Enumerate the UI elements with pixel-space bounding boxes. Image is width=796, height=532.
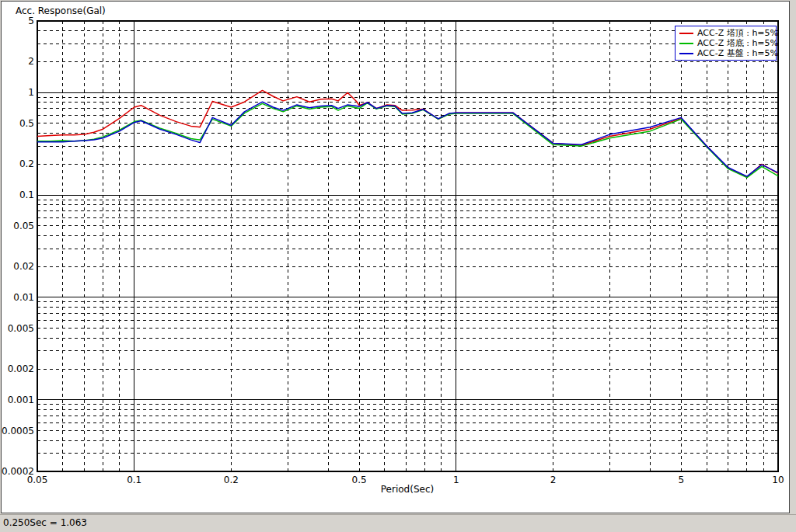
y-tick-label: 1	[28, 87, 34, 98]
x-tick-label: 1	[453, 475, 459, 485]
legend-item: ACC-Z 塔頂 : h=5%	[678, 28, 773, 38]
legend: ACC-Z 塔頂 : h=5% ACC-Z 塔底 : h=5% ACC-Z 基盤…	[675, 26, 777, 61]
status-readout: 0.250Sec = 1.063	[3, 517, 87, 528]
x-tick-label: 0.1	[127, 475, 141, 485]
series-line-2	[37, 102, 778, 176]
x-tick-label: 5	[679, 475, 685, 485]
x-tick-label: 0.5	[352, 475, 367, 485]
status-bar: 0.250Sec = 1.063	[0, 514, 796, 532]
x-tick-label: 2	[550, 475, 557, 485]
x-axis-title: Period(Sec)	[381, 484, 434, 495]
legend-label: ACC-Z 塔頂 : h=5%	[697, 28, 778, 38]
x-tick-label: 0.05	[27, 475, 48, 485]
y-tick-label: 0.001	[8, 395, 34, 405]
x-tick-label: 0.2	[224, 475, 239, 485]
y-tick-label: 0.01	[13, 292, 34, 303]
y-tick-label: 0.005	[8, 323, 34, 334]
legend-label: ACC-Z 基盤 : h=5%	[697, 48, 778, 58]
legend-item: ACC-Z 塔底 : h=5%	[678, 38, 773, 48]
y-axis-title: Acc. Response(Gal)	[16, 5, 106, 16]
response-spectrum-chart[interactable]: 5210.50.20.10.050.020.010.0050.0020.0010…	[0, 0, 796, 514]
y-tick-label: 0.002	[8, 363, 34, 374]
legend-line-swatch-blue	[679, 53, 693, 54]
y-tick-label: 0.05	[13, 221, 34, 231]
series-line-1	[37, 103, 778, 178]
x-tick-label: 10	[772, 475, 784, 485]
y-tick-label: 5	[28, 16, 34, 26]
plot-frame	[37, 21, 778, 471]
y-tick-label: 0.0005	[2, 426, 34, 436]
legend-line-swatch-red	[679, 33, 693, 34]
legend-item: ACC-Z 基盤 : h=5%	[678, 48, 773, 58]
y-tick-label: 0.2	[19, 158, 34, 169]
legend-line-swatch-green	[679, 43, 693, 44]
y-tick-label: 0.1	[19, 190, 34, 200]
y-tick-label: 0.5	[19, 118, 34, 129]
y-tick-label: 2	[28, 56, 34, 67]
legend-label: ACC-Z 塔底 : h=5%	[697, 38, 778, 48]
y-tick-label: 0.02	[13, 261, 34, 272]
